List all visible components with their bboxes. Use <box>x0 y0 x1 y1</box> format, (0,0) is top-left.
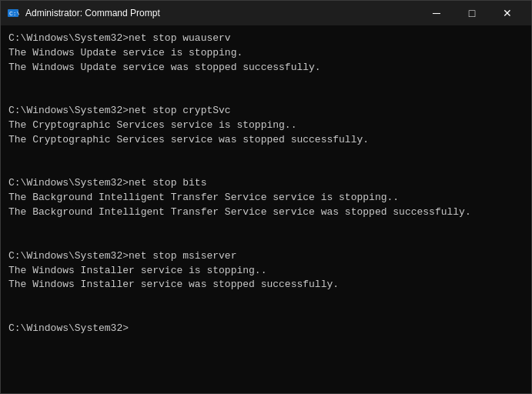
svg-text:C:\: C:\ <box>9 10 19 17</box>
maximize-button[interactable]: □ <box>454 1 490 25</box>
terminal-line: C:\Windows\System32>net stop wuauserv <box>8 32 524 46</box>
title-bar: C:\ Administrator: Command Prompt ─ □ ✕ <box>1 1 531 25</box>
window-controls: ─ □ ✕ <box>419 1 525 25</box>
terminal-line: C:\Windows\System32>net stop bits <box>8 176 524 191</box>
minimize-button[interactable]: ─ <box>419 1 454 25</box>
terminal-line <box>8 89 524 104</box>
cmd-window: C:\ Administrator: Command Prompt ─ □ ✕ … <box>0 0 532 394</box>
terminal-line: The Windows Installer service is stoppin… <box>8 264 524 279</box>
terminal-line <box>8 148 524 162</box>
terminal-line: C:\Windows\System32> <box>8 322 524 336</box>
window-icon: C:\ <box>7 7 19 19</box>
terminal-body[interactable]: C:\Windows\System32>net stop wuauservThe… <box>1 25 531 393</box>
terminal-line <box>8 75 524 90</box>
terminal-line: The Cryptographic Services service was s… <box>8 133 524 148</box>
terminal-line: The Background Intelligent Transfer Serv… <box>8 205 524 220</box>
window-title: Administrator: Command Prompt <box>25 8 419 18</box>
terminal-line <box>8 235 524 249</box>
terminal-line: The Background Intelligent Transfer Serv… <box>8 191 524 205</box>
terminal-line: The Windows Installer service was stoppe… <box>8 278 524 292</box>
terminal-line <box>8 220 524 235</box>
close-button[interactable]: ✕ <box>490 1 525 25</box>
terminal-line <box>8 307 524 322</box>
terminal-line <box>8 162 524 177</box>
terminal-line: C:\Windows\System32>net stop cryptSvc <box>8 104 524 119</box>
terminal-line: The Windows Update service is stopping. <box>8 46 524 61</box>
terminal-line: The Cryptographic Services service is st… <box>8 119 524 133</box>
terminal-line: The Windows Update service was stopped s… <box>8 61 524 75</box>
terminal-line: C:\Windows\System32>net stop msiserver <box>8 249 524 264</box>
terminal-line <box>8 292 524 307</box>
